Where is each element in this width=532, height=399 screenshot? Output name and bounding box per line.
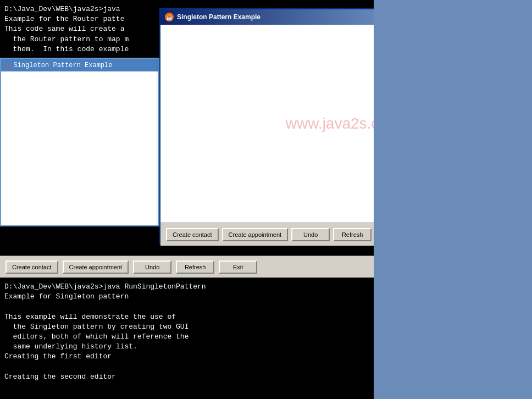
dialog-title-text: Singleton Pattern Example [177,13,261,21]
toolbar-refresh-button[interactable]: Refresh [176,261,214,274]
toolbar-create-contact-button[interactable]: Create contact [5,261,58,274]
dialog-title-left: ☕ Singleton Pattern Example [165,13,261,21]
sidebar-content [1,71,158,225]
dialog-undo-button[interactable]: Undo [291,228,330,241]
terminal-lower: D:\Java_Dev\WEB\java2s>java RunSingleton… [0,278,374,399]
sidebar-panel: ☕ Singleton Pattern Example [0,58,159,226]
toolbar-exit-button[interactable]: Exit [219,261,257,274]
toolbar-undo-button[interactable]: Undo [133,261,171,274]
toolbar-create-appointment-button[interactable]: Create appointment [63,261,129,274]
dialog-create-contact-button[interactable]: Create contact [166,228,219,241]
bottom-toolbar: Create contact Create appointment Undo R… [0,256,374,278]
dialog-java-icon: ☕ [165,13,174,21]
dialog-refresh-button[interactable]: Refresh [333,228,372,241]
desktop-right [374,0,532,399]
terminal-lower-text: D:\Java_Dev\WEB\java2s>java RunSingleton… [4,282,369,382]
dialog-create-appointment-button[interactable]: Create appointment [222,228,289,241]
sidebar-title-text: Singleton Pattern Example [13,62,112,69]
sidebar-java-icon: ☕ [5,60,10,70]
sidebar-title-bar: ☕ Singleton Pattern Example [1,59,158,71]
